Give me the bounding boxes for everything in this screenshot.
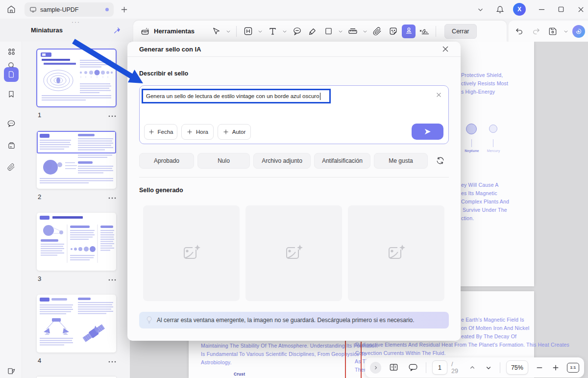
suggestion-me-gusta[interactable]: Me gusta	[374, 153, 428, 169]
bookmark-icon	[7, 90, 15, 98]
document-tab[interactable]: sample-UPDF	[24, 2, 114, 17]
doc-text: Maintaining The Stability Of The Atmosph…	[201, 343, 378, 349]
sidebar-grid-button[interactable]	[4, 44, 19, 59]
ai-assistant-button[interactable]	[572, 25, 585, 38]
sidebar-bookmarks-button[interactable]	[4, 87, 19, 101]
thumbnail-more-button[interactable]	[108, 113, 117, 120]
suggestion-aprobado[interactable]: Aprobado	[139, 153, 194, 169]
panel-drag-handle[interactable]: ···	[70, 19, 82, 25]
previous-page-button[interactable]	[467, 361, 477, 375]
thumbnail-page-2[interactable]	[37, 131, 116, 189]
planet-mercury	[489, 125, 497, 133]
heading-tool[interactable]	[241, 25, 255, 38]
redo-button[interactable]	[529, 25, 543, 38]
thumbnail-more-button[interactable]	[108, 277, 117, 283]
sidebar-comments-button[interactable]	[4, 116, 19, 131]
user-avatar[interactable]: X	[513, 3, 526, 16]
sticker-tool[interactable]	[386, 25, 400, 38]
home-button[interactable]	[4, 2, 19, 17]
tools-tab-label: Herramientas	[154, 27, 195, 35]
generated-stamp-placeholder-2[interactable]	[245, 205, 342, 301]
planet-neptune	[466, 124, 477, 134]
insert-date-button[interactable]: Fecha	[144, 124, 177, 140]
measure-tool-dropdown[interactable]	[362, 25, 368, 38]
collapse-toolbar-button[interactable]	[473, 2, 488, 17]
zoom-level-button[interactable]: 75%	[506, 360, 528, 375]
plus-icon	[148, 129, 154, 135]
thumbnail-more-button[interactable]	[108, 195, 117, 202]
thumbnail-number: 3	[38, 275, 41, 282]
actual-size-button[interactable]: 1:1	[567, 363, 579, 373]
generated-stamp-placeholder-1[interactable]	[143, 205, 240, 301]
panel-title: Miniaturas	[31, 26, 113, 34]
next-page-button[interactable]	[484, 361, 494, 375]
suggestion-nulo[interactable]: Nulo	[197, 153, 250, 169]
prompt-input[interactable]: Genera un sello de lectura de estilo vin…	[146, 93, 319, 99]
heading-tool-dropdown[interactable]	[257, 25, 264, 38]
tools-toolbar: Herramientas Cerrar	[133, 21, 507, 42]
new-tab-button[interactable]	[117, 2, 131, 17]
suggestion-antifalsificacion[interactable]: Antifalsificación	[314, 153, 370, 169]
select-tool[interactable]	[209, 25, 223, 38]
tab-herramientas[interactable]: Herramientas	[140, 26, 202, 36]
page-layout-button[interactable]	[387, 361, 400, 375]
sidebar-attachments-button[interactable]	[4, 160, 19, 175]
attach-tool[interactable]	[370, 25, 384, 38]
zoom-in-button[interactable]	[550, 361, 561, 375]
sidebar-thumbnails-button[interactable]	[4, 67, 19, 82]
doc-text: Is Fundamental To Various Scientific Dis…	[201, 351, 367, 357]
measure-tool[interactable]	[346, 25, 360, 38]
sidebar-pages-button[interactable]	[4, 138, 19, 153]
notifications-button[interactable]	[492, 2, 507, 17]
pin-icon[interactable]	[113, 26, 121, 34]
prompt-annotation-box: Genera un sello de lectura de estilo vin…	[142, 89, 331, 103]
shape-tool[interactable]	[321, 25, 335, 38]
minimize-button[interactable]	[534, 2, 549, 17]
annotation-mode-button[interactable]	[407, 361, 420, 375]
dialog-close-button[interactable]	[442, 46, 449, 52]
pages-icon	[7, 142, 16, 150]
divider	[236, 26, 237, 37]
prompt-input-container[interactable]: Genera un sello de lectura de estilo vin…	[139, 85, 449, 144]
text-tool-dropdown[interactable]	[281, 25, 288, 38]
signature-tool[interactable]	[417, 25, 431, 38]
shape-tool-dropdown[interactable]	[337, 25, 344, 38]
send-button[interactable]	[412, 124, 443, 140]
redo-icon	[532, 27, 540, 36]
select-tool-dropdown[interactable]	[225, 25, 232, 38]
undo-button[interactable]	[513, 25, 526, 38]
plus-icon	[121, 6, 128, 13]
stamp-tool[interactable]	[402, 25, 416, 38]
text-caret	[320, 93, 321, 100]
insert-author-button[interactable]: Autor	[218, 124, 251, 140]
save-button[interactable]	[546, 25, 560, 38]
image-sparkle-icon	[181, 244, 202, 263]
thumbnail-page-4[interactable]	[37, 295, 116, 353]
clear-input-button[interactable]	[436, 92, 441, 98]
zoom-out-button[interactable]	[534, 361, 544, 375]
maximize-button[interactable]	[554, 2, 568, 17]
page-icon	[7, 71, 15, 78]
paperclip-icon	[7, 163, 15, 171]
generated-label: Sello generado	[139, 187, 183, 194]
stamp-icon	[404, 26, 414, 36]
insert-time-button[interactable]: Hora	[181, 124, 214, 140]
page-number-input[interactable]: 1	[432, 360, 447, 375]
close-window-button[interactable]	[573, 2, 588, 17]
close-tools-button[interactable]: Cerrar	[444, 24, 476, 39]
refresh-suggestions-button[interactable]	[436, 156, 445, 165]
read-mode-button[interactable]	[4, 364, 19, 378]
text-tool[interactable]	[266, 25, 279, 38]
thumbnail-page-3[interactable]	[37, 213, 116, 271]
minimize-icon	[539, 6, 545, 13]
thumbnail-more-button[interactable]	[108, 358, 117, 365]
chevron-down-icon	[486, 365, 491, 371]
comment-tool[interactable]	[290, 25, 304, 38]
suggestion-archivo-adjunto[interactable]: Archivo adjunto	[253, 153, 311, 169]
generated-stamp-placeholder-3[interactable]	[348, 205, 444, 301]
expand-statusbar-button[interactable]	[370, 362, 381, 374]
doc-text: s High-Energy	[461, 89, 495, 95]
generate-stamp-dialog: Generar sello con IA Describir el sello …	[127, 42, 461, 341]
highlighter-tool[interactable]	[306, 25, 319, 38]
save-dropdown[interactable]	[563, 25, 569, 38]
